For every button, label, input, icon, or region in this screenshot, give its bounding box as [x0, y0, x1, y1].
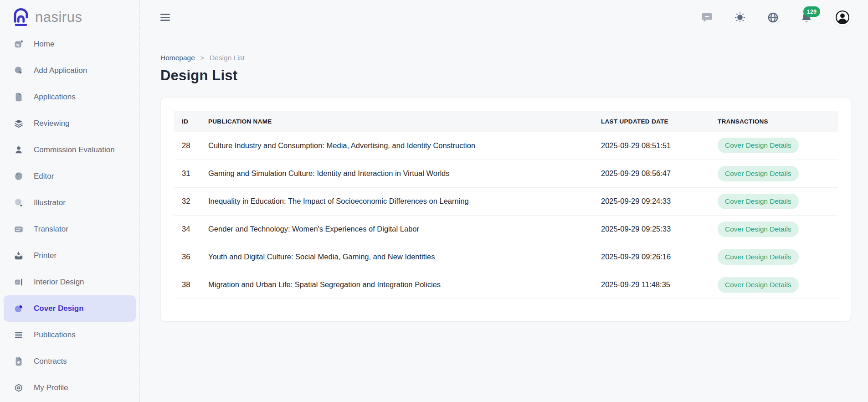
- topbar-actions: 129: [701, 9, 851, 26]
- last-updated-cell: 2025-09-29 09:25:33: [597, 215, 714, 243]
- sidebar-item-label: Editor: [34, 172, 54, 181]
- breadcrumb-current: Design List: [210, 54, 245, 62]
- publication-name-cell: Gaming and Simulation Culture: Identity …: [205, 160, 597, 187]
- row-id-cell: 34: [174, 215, 205, 243]
- sidebar-item-home[interactable]: Home: [4, 31, 136, 57]
- sidebar-item-reviewing[interactable]: Reviewing: [4, 110, 136, 137]
- row-id-cell: 31: [174, 160, 205, 187]
- home-icon: [13, 39, 24, 49]
- cover-design-details-button[interactable]: Cover Design Details: [718, 249, 799, 265]
- table-row: 28 Culture Industry and Consumption: Med…: [174, 132, 838, 160]
- printer-icon: [13, 251, 24, 261]
- brand-name: nasirus: [35, 9, 82, 26]
- illustrator-icon: [13, 198, 24, 208]
- design-list-card: ID PUBLICATION NAME LAST UPDATED DATE TR…: [160, 98, 851, 321]
- sidebar-item-label: Printer: [34, 251, 56, 260]
- transactions-cell: Cover Design Details: [714, 187, 838, 215]
- avatar[interactable]: [834, 9, 851, 26]
- transactions-cell: Cover Design Details: [714, 132, 838, 160]
- notifications-bell-icon[interactable]: 129: [800, 11, 813, 24]
- column-header-publication-name: PUBLICATION NAME: [205, 111, 597, 132]
- sidebar-item-label: Illustrator: [34, 198, 66, 207]
- cover-design-details-button[interactable]: Cover Design Details: [718, 277, 799, 293]
- add-application-icon: [13, 66, 24, 76]
- commission-evaluation-icon: [13, 145, 24, 155]
- sidebar-item-my-profile[interactable]: My Profile: [4, 375, 136, 401]
- sidebar-item-interior-design[interactable]: Interior Design: [4, 269, 136, 295]
- row-id-cell: 28: [174, 132, 205, 160]
- last-updated-cell: 2025-09-29 09:24:33: [597, 187, 714, 215]
- table-row: 38 Migration and Urban Life: Spatial Seg…: [174, 271, 838, 299]
- publication-name-cell: Gender and Technology: Women's Experienc…: [205, 215, 597, 243]
- row-id-cell: 38: [174, 271, 205, 299]
- cover-design-details-button[interactable]: Cover Design Details: [718, 166, 799, 181]
- column-header-transactions: TRANSACTIONS: [714, 111, 838, 132]
- topbar: 129: [140, 0, 868, 35]
- main-area: 129 Homepage > Design List Design List: [140, 0, 868, 321]
- transactions-cell: Cover Design Details: [714, 243, 838, 271]
- sidebar-item-label: Publications: [34, 330, 76, 340]
- sidebar-nav: Home Add Application Applications Review…: [0, 31, 139, 401]
- last-updated-cell: 2025-09-29 08:56:47: [597, 160, 714, 187]
- brand-logo[interactable]: nasirus: [0, 5, 139, 30]
- sidebar-item-applications[interactable]: Applications: [4, 84, 136, 110]
- sidebar-item-label: Cover Design: [34, 304, 84, 313]
- sidebar-item-label: Commission Evaluation: [34, 145, 115, 155]
- translator-icon: [13, 224, 24, 234]
- sidebar-item-label: Contracts: [34, 357, 67, 366]
- language-globe-icon[interactable]: [767, 11, 779, 24]
- row-id-cell: 36: [174, 243, 205, 271]
- cover-design-details-button[interactable]: Cover Design Details: [718, 222, 799, 237]
- chat-icon[interactable]: [701, 11, 713, 24]
- sidebar-item-label: Add Application: [34, 66, 87, 75]
- sidebar-item-add-application[interactable]: Add Application: [4, 57, 136, 84]
- editor-icon: [13, 171, 24, 181]
- publications-icon: [13, 330, 24, 340]
- sidebar-item-publications[interactable]: Publications: [4, 322, 136, 348]
- transactions-cell: Cover Design Details: [714, 271, 838, 299]
- last-updated-cell: 2025-09-29 09:26:16: [597, 243, 714, 271]
- row-id-cell: 32: [174, 187, 205, 215]
- table-header-row: ID PUBLICATION NAME LAST UPDATED DATE TR…: [174, 111, 838, 132]
- design-list-table: ID PUBLICATION NAME LAST UPDATED DATE TR…: [174, 111, 838, 299]
- sidebar-item-label: Home: [34, 40, 54, 49]
- theme-icon[interactable]: [734, 11, 746, 23]
- sidebar-item-printer[interactable]: Printer: [4, 242, 136, 269]
- last-updated-cell: 2025-09-29 11:48:35: [597, 271, 714, 299]
- sidebar: nasirus Home Add Application Application…: [0, 0, 140, 402]
- publication-name-cell: Youth and Digital Culture: Social Media,…: [205, 243, 597, 271]
- sidebar-item-contracts[interactable]: Contracts: [4, 348, 136, 375]
- transactions-cell: Cover Design Details: [714, 160, 838, 187]
- sidebar-item-label: My Profile: [34, 383, 68, 392]
- page-title: Design List: [160, 67, 851, 84]
- table-row: 36 Youth and Digital Culture: Social Med…: [174, 243, 838, 271]
- cover-design-details-button[interactable]: Cover Design Details: [718, 138, 799, 153]
- sidebar-item-label: Applications: [34, 93, 76, 102]
- applications-icon: [13, 92, 24, 102]
- contracts-icon: [13, 356, 24, 366]
- breadcrumb-homepage-link[interactable]: Homepage: [160, 54, 195, 62]
- sidebar-item-illustrator[interactable]: Illustrator: [4, 190, 136, 216]
- sidebar-item-translator[interactable]: Translator: [4, 216, 136, 242]
- sidebar-item-label: Reviewing: [34, 119, 69, 128]
- breadcrumb-separator: >: [200, 54, 204, 62]
- sidebar-item-editor[interactable]: Editor: [4, 163, 136, 190]
- hamburger-icon[interactable]: [160, 14, 170, 21]
- reviewing-icon: [13, 119, 24, 129]
- sidebar-item-cover-design[interactable]: Cover Design: [4, 295, 136, 322]
- publication-name-cell: Inequality in Education: The Impact of S…: [205, 187, 597, 215]
- nasirus-logo-icon: [12, 6, 30, 29]
- breadcrumb: Homepage > Design List: [160, 54, 851, 62]
- table-row: 32 Inequality in Education: The Impact o…: [174, 187, 838, 215]
- publication-name-cell: Migration and Urban Life: Spatial Segreg…: [205, 271, 597, 299]
- transactions-cell: Cover Design Details: [714, 215, 838, 243]
- column-header-last-updated-date: LAST UPDATED DATE: [597, 111, 714, 132]
- last-updated-cell: 2025-09-29 08:51:51: [597, 132, 714, 160]
- notification-badge: 129: [803, 6, 820, 17]
- cover-design-details-button[interactable]: Cover Design Details: [718, 194, 799, 209]
- my-profile-icon: [13, 383, 24, 393]
- sidebar-item-label: Translator: [34, 225, 68, 234]
- sidebar-item-commission-evaluation[interactable]: Commission Evaluation: [4, 137, 136, 163]
- cover-design-icon: [13, 304, 24, 314]
- interior-design-icon: [13, 277, 24, 287]
